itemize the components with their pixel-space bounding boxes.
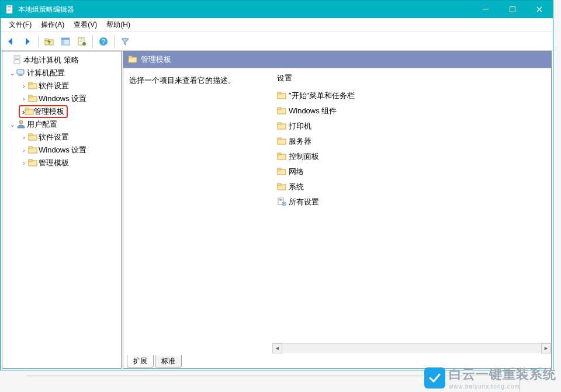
show-hide-tree-button[interactable] xyxy=(57,33,74,50)
svg-rect-42 xyxy=(278,92,281,94)
expand-icon[interactable]: › xyxy=(20,160,28,166)
menu-action[interactable]: 操作(A) xyxy=(36,20,69,30)
svg-rect-57 xyxy=(279,200,282,201)
svg-rect-44 xyxy=(278,107,281,109)
svg-rect-55 xyxy=(278,198,283,204)
policy-doc-icon xyxy=(13,55,22,66)
tree-label: 本地计算机 策略 xyxy=(23,55,79,65)
folder-icon xyxy=(277,136,286,147)
folder-icon xyxy=(28,93,37,105)
watermark-logo-icon xyxy=(424,367,445,388)
folder-icon xyxy=(25,106,34,117)
back-button[interactable] xyxy=(3,33,19,50)
expand-icon[interactable]: › xyxy=(20,147,28,154)
svg-rect-20 xyxy=(15,57,19,57)
expand-icon[interactable]: › xyxy=(20,134,28,141)
tree-user-config[interactable]: ⌄ 用户配置 xyxy=(4,118,120,131)
watermark: 白云一键重装系统 www.baiyunxitong.com xyxy=(424,366,556,390)
list-item-label: 打印机 xyxy=(289,121,311,131)
window-title: 本地组策略编辑器 xyxy=(18,5,472,15)
computer-icon xyxy=(16,68,26,79)
folder-icon xyxy=(277,121,286,132)
tree-admin-templates-highlighted[interactable]: › 管理模板 xyxy=(4,105,120,118)
up-level-button[interactable] xyxy=(41,33,57,50)
svg-rect-56 xyxy=(279,199,282,200)
tree-label: 计算机配置 xyxy=(27,68,65,78)
tree-root[interactable]: 本地计算机 策略 xyxy=(4,54,120,67)
content-area: 本地计算机 策略 ⌄ 计算机配置 › 软件设置 › Windows 设置 › xyxy=(1,51,553,370)
tree-software-settings[interactable]: › 软件设置 xyxy=(4,79,120,92)
svg-rect-25 xyxy=(18,75,23,76)
gpedit-window: 本地组策略编辑器 文件(F) 操作(A) 查看(V) 帮助(H) ? 本地计算机… xyxy=(0,0,553,370)
svg-rect-50 xyxy=(278,153,281,155)
svg-rect-23 xyxy=(17,70,24,74)
svg-rect-3 xyxy=(8,9,11,9)
tree-user-windows-settings[interactable]: › Windows 设置 xyxy=(4,144,120,157)
tree-label: Windows 设置 xyxy=(39,145,86,155)
list-item[interactable]: 打印机 xyxy=(272,119,551,134)
scroll-right-button[interactable]: ► xyxy=(541,344,551,353)
svg-rect-5 xyxy=(483,9,489,9)
folder-icon xyxy=(277,106,286,117)
scroll-left-button[interactable]: ◄ xyxy=(272,344,282,353)
tree-windows-settings[interactable]: › Windows 设置 xyxy=(4,92,120,105)
details-area: 选择一个项目来查看它的描述。 设置 "开始"菜单和任务栏Windows 组件打印… xyxy=(123,68,551,368)
svg-rect-13 xyxy=(79,39,83,39)
toolbar-separator xyxy=(92,35,93,48)
list-item[interactable]: 所有设置 xyxy=(272,195,551,210)
toolbar: ? xyxy=(1,32,553,51)
titlebar: 本地组策略编辑器 xyxy=(1,1,553,18)
svg-point-59 xyxy=(283,203,285,204)
expand-icon[interactable]: › xyxy=(20,96,28,102)
menu-file[interactable]: 文件(F) xyxy=(4,20,36,30)
list-item[interactable]: 服务器 xyxy=(272,134,551,149)
tree-pane[interactable]: 本地计算机 策略 ⌄ 计算机配置 › 软件设置 › Windows 设置 › xyxy=(2,51,122,369)
svg-rect-46 xyxy=(278,123,281,124)
tree-user-admin-templates[interactable]: › 管理模板 xyxy=(4,157,120,169)
svg-rect-14 xyxy=(79,40,83,40)
list-item[interactable]: "开始"菜单和任务栏 xyxy=(272,88,551,103)
list-item-label: 服务器 xyxy=(289,136,311,147)
tab-standard[interactable]: 标准 xyxy=(155,355,182,367)
svg-rect-21 xyxy=(15,58,19,58)
maximize-button[interactable] xyxy=(499,1,526,18)
watermark-url: www.baiyunxitong.com xyxy=(449,383,556,390)
horizontal-scrollbar[interactable]: ◄ ► xyxy=(272,343,551,353)
tree-computer-config[interactable]: ⌄ 计算机配置 xyxy=(4,67,120,79)
tree-user-software-settings[interactable]: › 软件设置 xyxy=(4,131,120,144)
settings-column-header[interactable]: 设置 xyxy=(272,71,551,88)
help-button[interactable]: ? xyxy=(95,33,112,50)
menu-help[interactable]: 帮助(H) xyxy=(102,20,135,30)
tree-label: 管理模板 xyxy=(34,106,64,117)
tree-label: 管理模板 xyxy=(39,158,69,168)
list-item[interactable]: 控制面板 xyxy=(272,149,551,164)
collapse-icon[interactable]: ⌄ xyxy=(8,122,16,128)
folder-icon xyxy=(277,151,286,162)
svg-rect-36 xyxy=(29,147,32,148)
list-item[interactable]: 网络 xyxy=(272,164,551,179)
watermark-text: 白云一键重装系统 xyxy=(449,366,556,383)
tree-label: 软件设置 xyxy=(39,81,69,91)
list-item[interactable]: Windows 组件 xyxy=(272,103,551,119)
svg-rect-27 xyxy=(29,82,32,84)
svg-rect-11 xyxy=(61,40,64,45)
settings-icon xyxy=(277,197,286,208)
minimize-button[interactable] xyxy=(472,1,499,18)
list-item[interactable]: 系统 xyxy=(272,179,551,195)
right-header-title: 管理模板 xyxy=(141,54,171,65)
list-item-label: 网络 xyxy=(289,166,304,177)
expand-icon[interactable]: › xyxy=(20,83,28,89)
svg-rect-31 xyxy=(25,108,29,110)
folder-icon xyxy=(28,145,37,156)
tab-extended[interactable]: 扩展 xyxy=(127,355,154,367)
forward-button[interactable] xyxy=(19,33,36,50)
filter-button[interactable] xyxy=(117,33,133,50)
collapse-icon[interactable]: ⌄ xyxy=(8,70,16,77)
properties-button[interactable] xyxy=(74,33,90,50)
list-item-label: "开始"菜单和任务栏 xyxy=(289,91,355,101)
list-item-label: 系统 xyxy=(289,182,304,192)
right-pane: 管理模板 选择一个项目来查看它的描述。 设置 "开始"菜单和任务栏Windows… xyxy=(123,51,552,369)
close-button[interactable] xyxy=(526,1,553,18)
folder-icon xyxy=(277,182,286,193)
menu-view[interactable]: 查看(V) xyxy=(69,20,102,30)
